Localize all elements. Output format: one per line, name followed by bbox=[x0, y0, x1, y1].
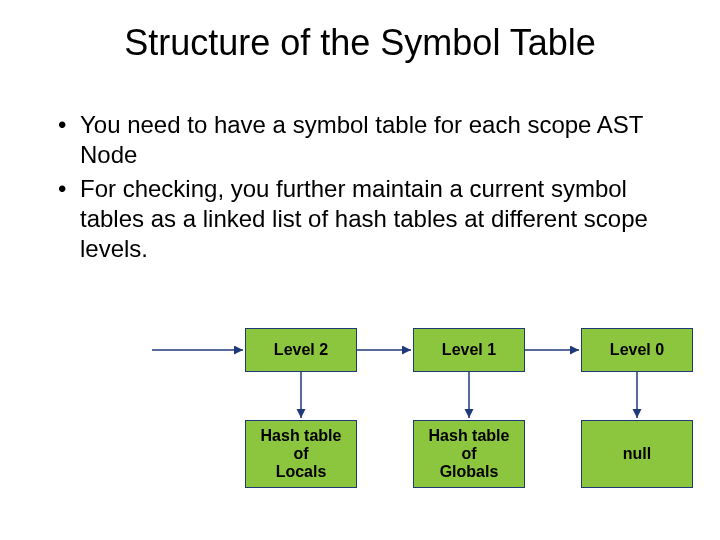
box-label: Level 0 bbox=[610, 341, 664, 359]
box-label: Level 1 bbox=[442, 341, 496, 359]
slide-title: Structure of the Symbol Table bbox=[0, 22, 720, 64]
null-box: null bbox=[581, 420, 693, 488]
level-0-box: Level 0 bbox=[581, 328, 693, 372]
box-label: null bbox=[623, 445, 651, 463]
level-2-box: Level 2 bbox=[245, 328, 357, 372]
hash-locals-box: Hash table of Locals bbox=[245, 420, 357, 488]
box-label: Level 2 bbox=[274, 341, 328, 359]
box-label: Hash table of Globals bbox=[429, 427, 510, 481]
bullet-item: For checking, you further maintain a cur… bbox=[58, 174, 668, 264]
bullet-list: You need to have a symbol table for each… bbox=[58, 110, 668, 268]
box-label: Hash table of Locals bbox=[261, 427, 342, 481]
bullet-item: You need to have a symbol table for each… bbox=[58, 110, 668, 170]
slide: Structure of the Symbol Table You need t… bbox=[0, 0, 720, 540]
hash-globals-box: Hash table of Globals bbox=[413, 420, 525, 488]
level-1-box: Level 1 bbox=[413, 328, 525, 372]
